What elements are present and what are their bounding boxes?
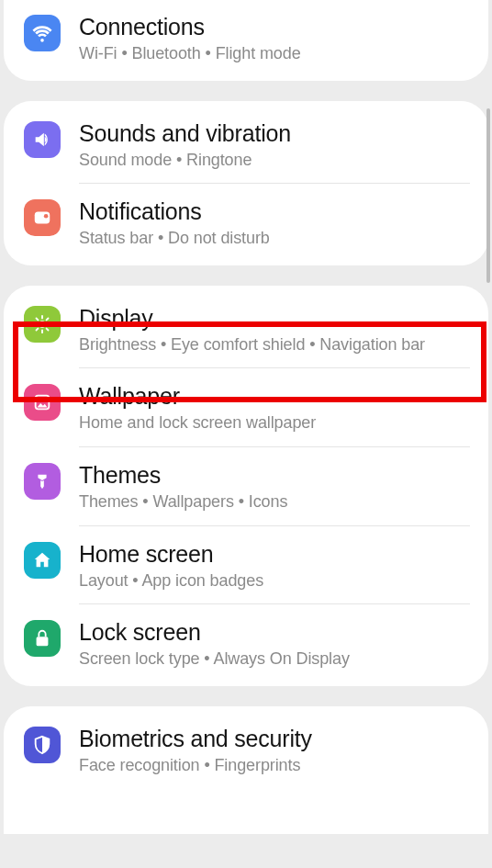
item-title: Wallpaper xyxy=(79,382,470,410)
speaker-icon xyxy=(24,121,61,158)
svg-point-1 xyxy=(44,214,49,219)
settings-group: Sounds and vibration Sound mode • Ringto… xyxy=(4,101,488,265)
wifi-icon xyxy=(24,15,61,51)
settings-group: Connections Wi-Fi • Bluetooth • Flight m… xyxy=(4,0,488,81)
home-icon xyxy=(24,542,61,579)
item-subtitle: Screen lock type • Always On Display xyxy=(79,649,470,670)
item-subtitle: Sound mode • Ringtone xyxy=(79,151,470,171)
settings-item-themes[interactable]: Themes Themes • Wallpapers • Icons xyxy=(4,446,488,525)
wallpaper-icon xyxy=(24,384,61,421)
shield-icon xyxy=(24,727,61,763)
item-title: Themes xyxy=(79,461,470,489)
item-subtitle: Layout • App icon badges xyxy=(79,571,470,592)
settings-item-notifications[interactable]: Notifications Status bar • Do not distur… xyxy=(4,183,488,262)
item-title: Home screen xyxy=(79,540,470,568)
settings-group: Display Brightness • Eye comfort shield … xyxy=(4,286,488,686)
svg-rect-0 xyxy=(35,212,50,224)
notification-icon xyxy=(24,199,61,236)
item-title: Display xyxy=(79,304,470,332)
svg-line-10 xyxy=(47,318,49,320)
settings-group: Biometrics and security Face recognition… xyxy=(4,706,488,835)
item-subtitle: Brightness • Eye comfort shield • Naviga… xyxy=(79,335,470,355)
settings-item-home[interactable]: Home screen Layout • App icon badges xyxy=(4,525,488,604)
item-title: Biometrics and security xyxy=(79,725,470,752)
svg-point-12 xyxy=(39,399,41,401)
item-subtitle: Wi-Fi • Bluetooth • Flight mode xyxy=(79,44,470,64)
settings-item-biometrics[interactable]: Biometrics and security Face recognition… xyxy=(4,710,488,789)
item-title: Connections xyxy=(79,13,470,40)
item-subtitle: Home and lock screen wallpaper xyxy=(79,413,470,434)
themes-icon xyxy=(24,463,61,500)
item-subtitle: Themes • Wallpapers • Icons xyxy=(79,492,470,513)
settings-item-connections[interactable]: Connections Wi-Fi • Bluetooth • Flight m… xyxy=(4,0,488,77)
brightness-icon xyxy=(24,306,61,343)
item-title: Lock screen xyxy=(79,618,470,646)
lock-icon xyxy=(24,620,61,657)
item-subtitle: Face recognition • Fingerprints xyxy=(79,756,470,776)
svg-line-7 xyxy=(36,318,38,320)
settings-item-wallpaper[interactable]: Wallpaper Home and lock screen wallpaper xyxy=(4,367,488,446)
settings-item-display[interactable]: Display Brightness • Eye comfort shield … xyxy=(4,289,488,368)
item-title: Sounds and vibration xyxy=(79,119,470,147)
item-title: Notifications xyxy=(79,197,470,225)
item-subtitle: Status bar • Do not disturb xyxy=(79,229,470,249)
settings-item-lock[interactable]: Lock screen Screen lock type • Always On… xyxy=(4,603,488,682)
svg-line-8 xyxy=(47,328,49,330)
svg-rect-13 xyxy=(37,637,49,646)
settings-item-sounds[interactable]: Sounds and vibration Sound mode • Ringto… xyxy=(4,105,488,184)
svg-line-9 xyxy=(36,328,38,330)
svg-point-2 xyxy=(39,321,45,327)
